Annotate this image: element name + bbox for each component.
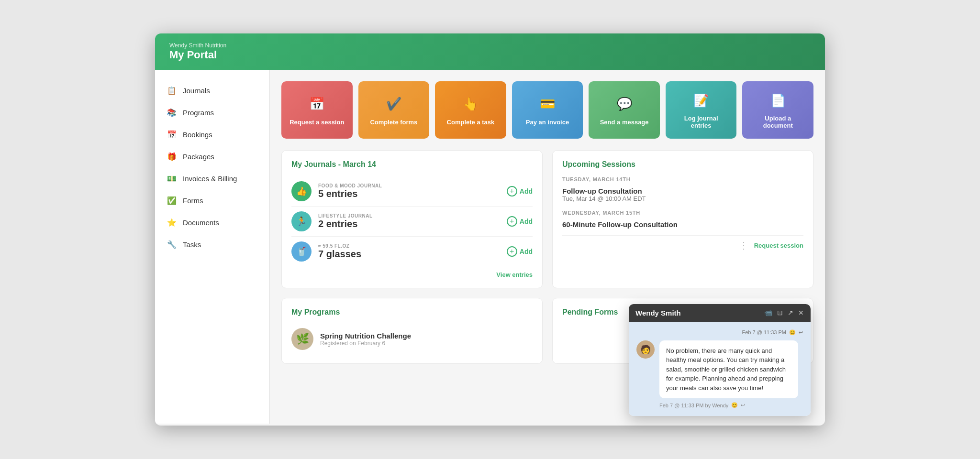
tile-icon-upload-doc: 📄 (768, 91, 788, 110)
sidebar-journals-icon: 📋 (167, 85, 177, 96)
plus-circle-1: + (507, 216, 517, 227)
tile-label-request-session: Request a session (290, 119, 344, 126)
sidebar-tasks-icon: 🔧 (167, 239, 177, 250)
action-tile-log-journal[interactable]: 📝 Log journal entries (666, 81, 737, 139)
journals-card-title: My Journals - March 14 (291, 160, 533, 169)
program-reg-0: Registered on February 6 (320, 340, 411, 347)
action-tile-complete-forms[interactable]: ✔️ Complete forms (358, 81, 430, 139)
programs-list: 🌿 Spring Nutrition Challenge Registered … (291, 324, 533, 354)
chat-bubble: No problem, there are many quick and hea… (659, 340, 798, 399)
session-name-0-0: Follow-up Consultation (562, 187, 803, 195)
sidebar-tasks-label: Tasks (183, 240, 201, 249)
chat-header-actions: 📹 ⊡ ↗ ✕ (764, 309, 804, 317)
tile-icon-complete-forms: ✔️ (384, 95, 403, 114)
journal-entry-info-0: Food & Mood Journal 5 entries (318, 183, 500, 199)
journal-entry-label-1: Lifestyle Journal (318, 213, 500, 219)
tile-label-send-message: Send a message (600, 119, 649, 126)
sidebar-bookings-icon: 📅 (167, 129, 177, 140)
reply-icon[interactable]: ↩ (799, 329, 803, 336)
sidebar-item-invoices[interactable]: 💵 Invoices & Billing (155, 167, 269, 189)
close-icon[interactable]: ✕ (798, 309, 804, 317)
tile-label-upload-doc: Upload a document (750, 115, 806, 129)
sidebar-item-packages[interactable]: 🎁 Packages (155, 145, 269, 167)
session-date-header-1: Wednesday, March 15th (562, 210, 803, 216)
session-item-1-0: 60-Minute Follow-up Consultation (562, 219, 803, 230)
sidebar-journals-label: Journals (183, 87, 210, 95)
emoji-bottom-icon[interactable]: 😊 (731, 402, 738, 408)
tile-icon-log-journal: 📝 (691, 91, 711, 110)
session-date-header-0: Tuesday, March 14th (562, 176, 803, 182)
plus-circle-2: + (507, 246, 517, 257)
action-tile-complete-task[interactable]: 👆 Complete a task (435, 81, 506, 139)
action-tile-upload-doc[interactable]: 📄 Upload a document (742, 81, 813, 139)
tile-icon-pay-invoice: 💳 (538, 95, 557, 114)
expand-icon[interactable]: ↗ (788, 309, 793, 317)
sidebar-forms-label: Forms (183, 197, 203, 205)
session-actions: ⋮ Request session (562, 235, 803, 251)
minimize-icon[interactable]: ⊡ (777, 309, 783, 317)
session-item-0-0: Follow-up Consultation Tue, Mar 14 @ 10:… (562, 185, 803, 204)
chat-body: Feb 7 @ 11:33 PM 😊 ↩ 🧑 No problem, there… (629, 322, 811, 416)
journal-entry-info-2: ≈ 59.5 FL.OZ 7 glasses (318, 243, 500, 260)
journal-entry-2: 🥤 ≈ 59.5 FL.OZ 7 glasses + Add (291, 237, 533, 266)
sidebar-packages-icon: 🎁 (167, 151, 177, 162)
header-subtitle: Wendy Smith Nutrition (169, 42, 811, 49)
journal-entry-label-2: ≈ 59.5 FL.OZ (318, 243, 500, 249)
app-header: Wendy Smith Nutrition My Portal (155, 33, 825, 70)
journal-entry-icon-1: 🏃 (291, 211, 312, 231)
journal-add-button-2[interactable]: + Add (507, 246, 533, 257)
programs-card-title: My Programs (291, 308, 533, 317)
sidebar-programs-icon: 📚 (167, 107, 177, 118)
journals-card: My Journals - March 14 👍 Food & Mood Jou… (281, 150, 543, 288)
sidebar-item-tasks[interactable]: 🔧 Tasks (155, 233, 269, 255)
sidebar-forms-icon: ✅ (167, 195, 177, 206)
program-name-0: Spring Nutrition Challenge (320, 332, 411, 340)
journal-add-button-1[interactable]: + Add (507, 216, 533, 227)
sidebar-programs-label: Programs (183, 109, 214, 117)
reply-bottom-icon[interactable]: ↩ (741, 402, 745, 408)
sidebar-bookings-label: Bookings (183, 131, 212, 139)
quick-actions-bar: 📅 Request a session ✔️ Complete forms 👆 … (281, 81, 813, 139)
journal-entry-label-0: Food & Mood Journal (318, 183, 500, 188)
plus-circle-0: + (507, 186, 517, 197)
chat-contact-name: Wendy Smith (635, 309, 681, 317)
journal-entries-list: 👍 Food & Mood Journal 5 entries + Add 🏃 … (291, 176, 533, 266)
emoji-icon[interactable]: 😊 (789, 329, 796, 336)
journal-add-button-0[interactable]: + Add (507, 186, 533, 197)
action-tile-request-session[interactable]: 📅 Request a session (281, 81, 353, 139)
sidebar-item-programs[interactable]: 📚 Programs (155, 101, 269, 123)
tile-icon-send-message: 💬 (615, 95, 634, 114)
sidebar-item-forms[interactable]: ✅ Forms (155, 189, 269, 211)
sidebar-documents-label: Documents (183, 219, 219, 227)
journal-entry-icon-0: 👍 (291, 181, 312, 201)
sidebar-packages-label: Packages (183, 153, 214, 161)
sidebar-item-bookings[interactable]: 📅 Bookings (155, 123, 269, 145)
journal-entry-0: 👍 Food & Mood Journal 5 entries + Add (291, 176, 533, 207)
sidebar-documents-icon: ⭐ (167, 217, 177, 228)
journal-entry-value-2: 7 glasses (318, 249, 500, 260)
action-tile-pay-invoice[interactable]: 💳 Pay an invoice (512, 81, 583, 139)
sidebar-invoices-icon: 💵 (167, 173, 177, 184)
tile-label-complete-forms: Complete forms (370, 119, 417, 126)
programs-card: My Programs 🌿 Spring Nutrition Challenge… (281, 298, 543, 364)
sidebar-item-documents[interactable]: ⭐ Documents (155, 211, 269, 233)
upcoming-sessions-title: Upcoming Sessions (562, 160, 803, 169)
tile-icon-complete-task: 👆 (461, 95, 480, 114)
action-tile-send-message[interactable]: 💬 Send a message (589, 81, 660, 139)
chat-header: Wendy Smith 📹 ⊡ ↗ ✕ (629, 304, 811, 322)
program-info-0: Spring Nutrition Challenge Registered on… (320, 332, 411, 347)
video-icon[interactable]: 📹 (764, 309, 772, 317)
session-name-1-0: 60-Minute Follow-up Consultation (562, 220, 803, 229)
journal-entry-1: 🏃 Lifestyle Journal 2 entries + Add (291, 207, 533, 237)
sidebar: 📋 Journals 📚 Programs 📅 Bookings 🎁 Packa… (155, 70, 270, 424)
session-time-0-0: Tue, Mar 14 @ 10:00 AM EDT (562, 195, 803, 202)
chat-timestamp-bottom: Feb 7 @ 11:33 PM by Wendy 😊 ↩ (659, 402, 798, 408)
more-icon[interactable]: ⋮ (739, 240, 748, 251)
sessions-list: Tuesday, March 14th Follow-up Consultati… (562, 176, 803, 230)
upcoming-sessions-card: Upcoming Sessions Tuesday, March 14th Fo… (552, 150, 813, 288)
header-title: My Portal (169, 49, 811, 61)
program-item-0: 🌿 Spring Nutrition Challenge Registered … (291, 324, 533, 354)
view-entries-link[interactable]: View entries (291, 271, 533, 278)
request-session-button[interactable]: Request session (754, 242, 803, 249)
sidebar-item-journals[interactable]: 📋 Journals (155, 79, 269, 101)
